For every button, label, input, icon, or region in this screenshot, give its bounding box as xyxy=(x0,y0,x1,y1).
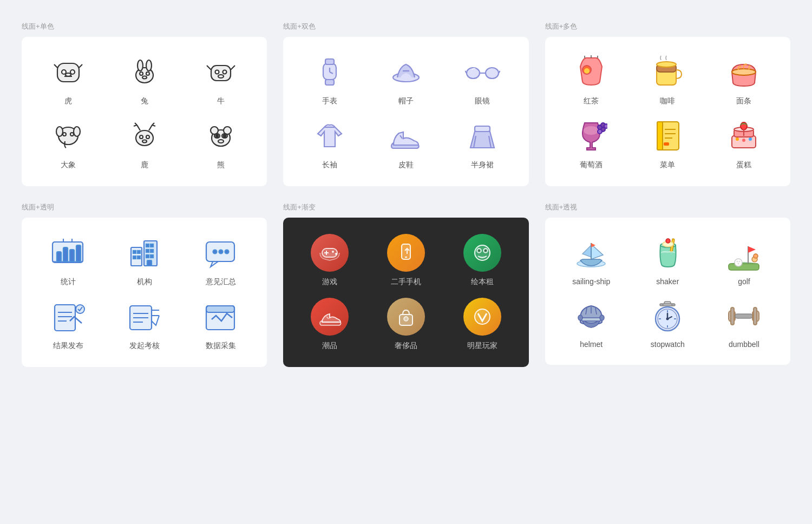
list-item: 虎 xyxy=(32,53,103,106)
tiger-icon xyxy=(49,53,87,91)
svg-point-74 xyxy=(604,124,607,128)
list-item: shaker xyxy=(632,234,703,286)
result-icon xyxy=(49,298,87,336)
section-xray-label: 线面+透视 xyxy=(545,202,790,212)
glasses-icon xyxy=(463,53,501,91)
svg-rect-105 xyxy=(146,250,149,252)
rabbit-icon xyxy=(126,53,163,91)
svg-point-36 xyxy=(224,127,231,134)
noodle-icon xyxy=(725,53,763,91)
wine-label: 葡萄酒 xyxy=(580,160,603,170)
svg-rect-94 xyxy=(76,245,81,261)
coffee-label: 咖啡 xyxy=(660,96,675,106)
list-item: 兔 xyxy=(109,53,180,106)
svg-point-40 xyxy=(223,135,226,137)
list-item: sailing-ship xyxy=(556,234,627,286)
hat-label: 帽子 xyxy=(398,96,414,106)
list-item: 游戏 xyxy=(294,234,365,287)
list-item: helmet xyxy=(556,297,627,349)
svg-rect-150 xyxy=(729,264,759,270)
svg-point-32 xyxy=(146,135,149,139)
noodle-label: 面条 xyxy=(736,96,751,106)
list-item: 菜单 xyxy=(632,117,703,170)
svg-point-157 xyxy=(754,254,758,258)
svg-point-148 xyxy=(666,239,670,243)
svg-point-154 xyxy=(738,260,740,262)
stargamer-label: 明星玩家 xyxy=(467,341,497,351)
svg-point-130 xyxy=(332,251,334,253)
elephant-label: 大象 xyxy=(61,160,76,170)
list-item: 统计 xyxy=(32,234,103,287)
svg-point-137 xyxy=(478,250,480,252)
list-item: 长袖 xyxy=(294,117,365,170)
stopwatch-icon xyxy=(649,297,686,335)
stopwatch-label: stopwatch xyxy=(651,340,685,349)
svg-point-68 xyxy=(732,69,756,75)
list-item: 红茶 xyxy=(556,53,627,106)
longsleeve-label: 长袖 xyxy=(322,160,337,170)
sailingship-label: sailing-ship xyxy=(572,277,610,286)
svg-point-24 xyxy=(136,130,153,146)
svg-point-86 xyxy=(736,137,739,141)
sailingship-icon xyxy=(572,234,610,272)
svg-point-176 xyxy=(666,317,669,320)
list-item: 半身裙 xyxy=(447,117,518,170)
list-item: 绘本租 xyxy=(447,234,518,287)
svg-point-22 xyxy=(63,133,66,136)
fashion-label: 潮品 xyxy=(322,341,337,351)
svg-rect-56 xyxy=(475,126,490,132)
list-item: dumbbell xyxy=(709,297,780,349)
svg-rect-76 xyxy=(657,122,663,150)
svg-point-61 xyxy=(584,68,590,74)
skirt-icon xyxy=(463,117,501,155)
svg-rect-108 xyxy=(150,255,153,258)
fashion-icon xyxy=(311,298,349,336)
svg-rect-100 xyxy=(137,251,140,253)
cake-icon xyxy=(725,117,763,155)
svg-point-21 xyxy=(74,127,80,136)
svg-rect-44 xyxy=(325,80,334,85)
ox-label: 牛 xyxy=(217,96,225,106)
svg-point-138 xyxy=(484,250,487,252)
main-grid: 线面+单色 虎 xyxy=(22,22,790,367)
menu-icon xyxy=(649,117,686,155)
watch-icon xyxy=(311,53,349,91)
feedback-label: 意见汇总 xyxy=(206,277,236,287)
list-item: 发起考核 xyxy=(109,298,180,351)
org-label: 机构 xyxy=(137,277,152,287)
section-mono-label: 线面+单色 xyxy=(22,22,267,31)
svg-rect-107 xyxy=(146,255,149,258)
svg-rect-103 xyxy=(146,244,149,247)
svg-point-67 xyxy=(657,62,676,67)
svg-point-162 xyxy=(578,315,582,320)
elephant-icon xyxy=(49,117,87,155)
stats-icon xyxy=(49,234,87,272)
shoe-icon xyxy=(387,117,425,155)
svg-rect-102 xyxy=(137,256,140,259)
glasses-label: 眼镜 xyxy=(475,96,490,106)
svg-rect-99 xyxy=(133,251,136,253)
secondhand-icon xyxy=(387,234,425,272)
svg-point-16 xyxy=(215,70,219,74)
list-item: 熊 xyxy=(185,117,256,170)
golf-label: golf xyxy=(738,277,750,286)
svg-rect-106 xyxy=(150,250,153,252)
picturebook-label: 绘本租 xyxy=(471,277,494,287)
redtea-label: 红茶 xyxy=(584,96,599,106)
svg-point-23 xyxy=(70,133,74,136)
svg-rect-158 xyxy=(581,318,601,321)
list-item: 蛋糕 xyxy=(709,117,780,170)
redtea-icon xyxy=(572,53,610,91)
svg-line-4 xyxy=(54,64,57,68)
cake-label: 蛋糕 xyxy=(736,160,751,170)
svg-point-39 xyxy=(215,135,218,137)
list-item: 数据采集 xyxy=(185,298,256,351)
list-item: 大象 xyxy=(32,117,103,170)
luxury-label: 奢侈品 xyxy=(395,341,417,351)
svg-line-27 xyxy=(134,125,137,126)
svg-point-112 xyxy=(219,250,223,254)
list-item: 眼镜 xyxy=(447,53,518,106)
list-item: 皮鞋 xyxy=(370,117,441,170)
svg-point-152 xyxy=(735,259,742,266)
section-transparent: 线面+透明 xyxy=(22,202,267,367)
